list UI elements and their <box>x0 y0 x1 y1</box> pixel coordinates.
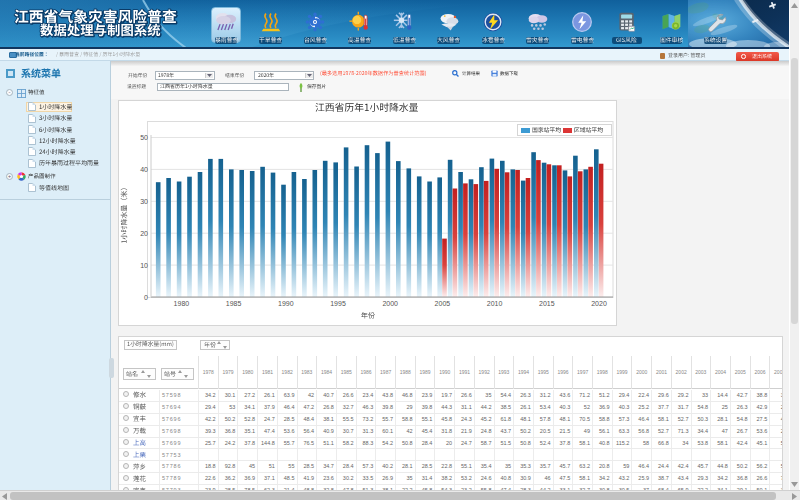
svg-text:1990: 1990 <box>278 300 294 307</box>
svg-text:2010: 2010 <box>487 300 503 307</box>
svg-text:1995: 1995 <box>330 300 346 307</box>
svg-text:20: 20 <box>140 230 148 237</box>
svg-text:10: 10 <box>140 262 148 269</box>
svg-text:1980: 1980 <box>174 300 190 307</box>
svg-text:40: 40 <box>140 166 148 173</box>
svg-text:2015: 2015 <box>539 300 555 307</box>
svg-text:30: 30 <box>140 198 148 205</box>
svg-text:2020: 2020 <box>591 300 607 307</box>
svg-text:1985: 1985 <box>226 300 242 307</box>
svg-text:2000: 2000 <box>382 300 398 307</box>
svg-text:2005: 2005 <box>435 300 451 307</box>
svg-text:0: 0 <box>144 294 148 301</box>
svg-text:50: 50 <box>140 134 148 141</box>
